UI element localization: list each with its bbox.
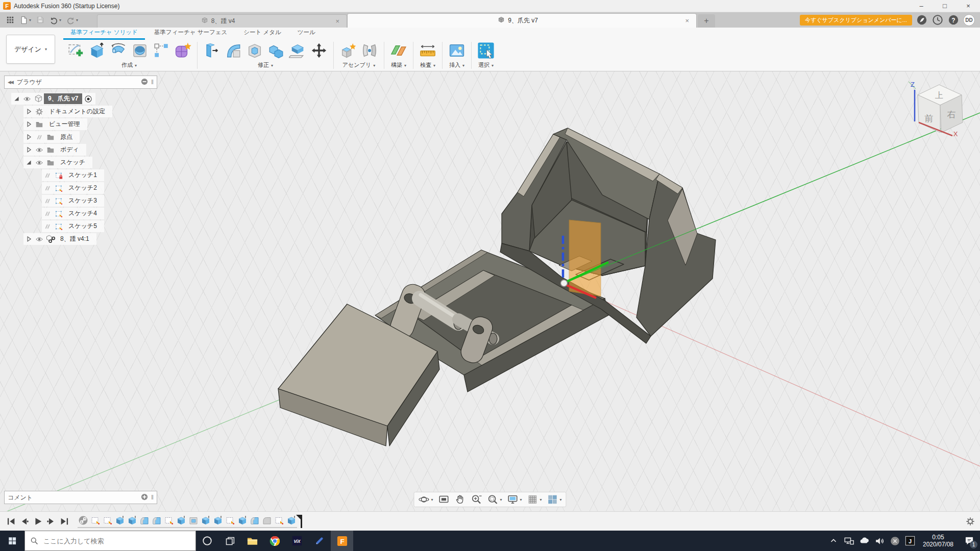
joint-icon[interactable] [360, 41, 379, 60]
eye-off-icon[interactable] [42, 210, 53, 218]
browser-item[interactable]: スケッチ3 [42, 195, 104, 207]
eye-icon[interactable] [34, 146, 45, 154]
browser-item[interactable]: スケッチ2 [42, 182, 104, 194]
hole-icon[interactable] [131, 41, 149, 60]
network-icon[interactable] [841, 531, 856, 551]
group-insert-menu[interactable]: 挿入 ▾ [449, 61, 464, 71]
expander-icon[interactable] [11, 95, 21, 102]
browser-item-label[interactable]: 9、爪先 v7 [44, 93, 82, 104]
browser-item[interactable]: ドキュメントの設定 [23, 106, 112, 117]
shell-icon[interactable] [246, 41, 264, 60]
browser-item-label[interactable]: スケッチ2 [64, 183, 101, 193]
tab-solid[interactable]: 基準フィーチャ ソリッド [63, 27, 145, 40]
browser-item[interactable]: スケッチ [23, 157, 92, 168]
viewports-icon[interactable]: ▾ [547, 494, 562, 505]
expander-icon[interactable] [23, 159, 34, 166]
browser-item-label[interactable]: スケッチ [56, 157, 89, 168]
browser-item-label[interactable]: スケッチ1 [64, 170, 101, 181]
search-input[interactable] [43, 537, 176, 545]
group-modify-menu[interactable]: 修正 ▾ [258, 61, 273, 71]
view-cube[interactable]: 上 前 右 Z X [905, 74, 971, 137]
minimize-panel-icon[interactable] [141, 78, 148, 87]
sketch-plane[interactable] [569, 220, 601, 296]
browser-item[interactable]: スケッチ4 [42, 208, 104, 219]
group-construct-menu[interactable]: 構築 ▾ [391, 61, 406, 71]
tab-sheet-metal[interactable]: シート メタル [236, 27, 288, 40]
group-assemble-menu[interactable]: アセンブリ ▾ [342, 61, 375, 71]
extrude-icon[interactable] [88, 41, 106, 60]
grid-display-icon[interactable]: ▾ [527, 494, 542, 505]
workspace-selector[interactable]: デザイン▾ [6, 35, 55, 64]
minimize-button[interactable]: – [910, 0, 933, 12]
create-sketch-icon[interactable] [66, 41, 85, 60]
cortana-icon[interactable] [196, 531, 218, 551]
timeline-marker[interactable] [298, 515, 305, 528]
extensions-icon[interactable] [916, 14, 927, 26]
browser-item-label[interactable]: ドキュメントの設定 [45, 106, 109, 117]
browser-item-label[interactable]: ボディ [56, 144, 83, 155]
timeline-sketch-icon[interactable] [102, 515, 113, 526]
go-to-end-icon[interactable] [58, 515, 70, 528]
collapse-panel-icon[interactable]: ◀◀ [8, 80, 13, 85]
save-icon[interactable] [35, 15, 45, 25]
eye-off-icon[interactable] [42, 171, 53, 180]
vix-icon[interactable]: ViX [286, 531, 308, 551]
revolve-icon[interactable] [109, 41, 128, 60]
select-icon[interactable] [477, 41, 495, 60]
timeline-extrude-icon[interactable] [176, 515, 187, 526]
maximize-button[interactable]: □ [933, 0, 957, 12]
timeline-extrude-icon[interactable] [127, 515, 138, 526]
press-pull-icon[interactable] [203, 41, 221, 60]
timeline-sketch-icon[interactable] [163, 515, 175, 526]
notification-center-button[interactable]: 1 [959, 531, 980, 551]
timeline-sketch-icon[interactable] [90, 515, 101, 526]
zoom-icon[interactable] [471, 494, 482, 505]
step-forward-icon[interactable] [45, 515, 57, 528]
tab-document-2[interactable]: 9、爪先 v7 × [347, 13, 697, 28]
expander-icon[interactable] [23, 134, 34, 140]
timeline-extrude-icon[interactable] [114, 515, 126, 526]
browser-item-label[interactable]: スケッチ4 [64, 208, 101, 219]
user-avatar[interactable]: DD [963, 14, 975, 26]
browser-item[interactable]: スケッチ5 [42, 220, 104, 232]
taskbar-search[interactable] [24, 531, 196, 551]
timeline-shell-icon[interactable] [188, 515, 199, 526]
tab-close-icon[interactable]: × [333, 17, 341, 25]
chevron-up-icon[interactable] [826, 531, 841, 551]
timeline-fillet-icon[interactable] [249, 515, 260, 526]
browser-item-label[interactable]: スケッチ3 [64, 195, 101, 206]
look-at-icon[interactable] [438, 494, 449, 505]
construction-plane-icon[interactable] [389, 41, 408, 60]
tab-document-1[interactable]: 8、踵 v4 × [97, 14, 347, 28]
timeline-settings-gear-icon[interactable] [966, 517, 975, 526]
viewcube-front-face[interactable]: 前 [925, 114, 934, 123]
fit-icon[interactable]: ▾ [487, 494, 502, 505]
timeline-linked-component-icon[interactable] [78, 515, 89, 526]
eye-off-icon[interactable] [34, 133, 45, 141]
fusion-app-icon[interactable]: F [331, 531, 353, 551]
pen-app-icon[interactable] [308, 531, 331, 551]
new-component-icon[interactable] [339, 41, 357, 60]
subscription-button[interactable]: 今すぐサブスクリプションメンバーに... [800, 15, 912, 26]
timeline-fillet-icon[interactable] [151, 515, 162, 526]
tab-tools[interactable]: ツール [290, 27, 323, 40]
ime-j-icon[interactable]: J [902, 531, 918, 551]
tab-close-icon[interactable]: × [683, 17, 691, 24]
file-menu-icon[interactable]: ▾ [18, 15, 32, 26]
job-status-icon[interactable] [932, 14, 943, 26]
timeline-extrude-icon[interactable] [200, 515, 211, 526]
play-icon[interactable] [32, 515, 44, 528]
timeline-extrude-icon[interactable] [237, 515, 248, 526]
combine-icon[interactable] [267, 41, 285, 60]
split-body-icon[interactable] [288, 41, 307, 60]
display-settings-icon[interactable]: ▾ [507, 494, 522, 505]
browser-item[interactable]: ビュー管理 [23, 118, 87, 130]
start-button[interactable] [0, 531, 24, 551]
measure-icon[interactable] [419, 41, 437, 60]
timeline-sketch-icon[interactable] [274, 515, 285, 526]
volume-icon[interactable] [872, 531, 887, 551]
x-circle-icon[interactable] [887, 531, 902, 551]
eye-icon[interactable] [21, 95, 33, 103]
viewcube-top-face[interactable]: 上 [935, 91, 943, 99]
undo-icon[interactable]: ▾ [48, 15, 62, 26]
